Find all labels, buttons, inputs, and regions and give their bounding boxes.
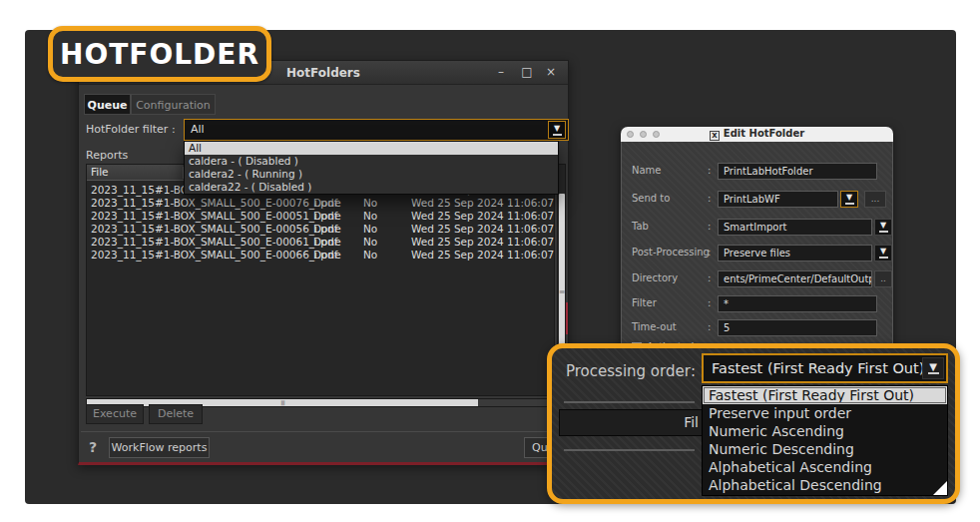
table-row[interactable]: 2023_11_15#1-BOX_SMALL_500_E-00076_i.pdf…: [87, 197, 554, 210]
panel-divider: [564, 449, 695, 451]
hotfolder-filter-select[interactable]: All: [184, 119, 569, 141]
column-header-file[interactable]: File: [91, 166, 109, 178]
processing-order-label: Processing order: [566, 362, 691, 380]
dialog-title: XEdit HotFolder: [621, 128, 893, 141]
close-icon[interactable]: ×: [540, 61, 562, 85]
red-accent-line: [566, 302, 568, 334]
filter-field[interactable]: *: [718, 295, 877, 312]
hotfolder-annotation-badge: HOTFOLDER: [48, 26, 271, 82]
timeout-field[interactable]: 5: [718, 319, 877, 336]
tab-label: Tab: [632, 221, 649, 232]
processing-order-option[interactable]: Numeric Ascending: [703, 422, 947, 440]
filter-dropdown-arrow-icon[interactable]: ▼: [548, 121, 566, 139]
x11-app-icon: X: [710, 131, 720, 141]
processing-order-option[interactable]: Alphabetical Ascending: [703, 458, 947, 476]
scroll-grip-icon: ≡: [559, 287, 566, 296]
name-label: Name: [632, 165, 662, 176]
send-to-dropdown-arrow-icon[interactable]: ▼: [840, 191, 858, 208]
filter-option[interactable]: All: [185, 142, 558, 155]
table-row[interactable]: 2023_11_15#1-BOX_SMALL_500_E-00056_i.pdf…: [87, 223, 554, 236]
directory-label: Directory: [632, 272, 678, 283]
send-to-label: Send to: [632, 193, 670, 204]
reports-label: Reports: [86, 149, 128, 162]
processing-order-option[interactable]: Alphabetical Descending: [703, 476, 947, 494]
panel-divider: [564, 401, 695, 403]
filter-option[interactable]: caldera2 - ( Running ): [185, 168, 558, 181]
table-row[interactable]: 2023_11_15#1-BOX_SMALL_500_E-00061_i.pdf…: [87, 236, 554, 249]
processing-order-annotation-panel: Processing order : Fastest (First Ready …: [547, 343, 960, 504]
dialog-body: Name : PrintLabHotFolder Send to : Print…: [621, 142, 893, 346]
hotfolders-window: HotFolders – □ × Queue Configuration Hot…: [78, 60, 569, 465]
help-icon[interactable]: ?: [89, 439, 97, 455]
directory-field[interactable]: ents/PrimeCenter/DefaultOutput: [718, 270, 872, 287]
send-to-browse-button[interactable]: ...: [864, 191, 886, 208]
name-field[interactable]: PrintLabHotFolder: [718, 163, 877, 180]
delete-button[interactable]: Delete: [149, 404, 203, 424]
file-button-partial[interactable]: Fil: [559, 409, 703, 436]
tab-field[interactable]: SmartImport: [718, 219, 872, 236]
processing-order-select[interactable]: Fastest (First Ready First Out): [702, 353, 948, 383]
table-row[interactable]: 2023_11_15#1-BOX_SMALL_500_E-00051_i.pdf…: [87, 210, 554, 223]
post-processing-dropdown-arrow-icon[interactable]: ▼: [874, 245, 892, 261]
queue-file-table: File 2023_11_15#1-BO Done No Wed 25 Sep …: [86, 164, 555, 396]
post-processing-field[interactable]: Preserve files: [718, 245, 872, 261]
processing-order-option[interactable]: Fastest (First Ready First Out): [703, 386, 947, 404]
processing-order-option[interactable]: Preserve input order: [703, 404, 947, 422]
workflow-reports-button[interactable]: WorkFlow reports: [109, 437, 210, 458]
horizontal-scrollbar-thumb[interactable]: ≡: [87, 399, 478, 406]
tab-configuration[interactable]: Configuration: [131, 94, 216, 115]
hotfolder-filter-dropdown-list: All caldera - ( Disabled ) caldera2 - ( …: [184, 141, 559, 195]
badge-label: HOTFOLDER: [60, 38, 259, 71]
tab-queue[interactable]: Queue: [84, 94, 131, 115]
filter-option[interactable]: caldera - ( Disabled ): [185, 155, 558, 168]
dialog-titlebar[interactable]: XEdit HotFolder: [621, 127, 893, 142]
send-to-field[interactable]: PrintLabWF: [718, 191, 838, 208]
filter-label: Filter: [632, 297, 657, 308]
tab-dropdown-arrow-icon[interactable]: ▼: [874, 219, 892, 236]
scroll-grip-icon: ≡: [277, 399, 286, 406]
hotfolder-filter-label: HotFolder filter :: [86, 123, 176, 136]
processing-order-option[interactable]: Numeric Descending: [703, 440, 947, 458]
toolbar-divider: [81, 431, 566, 432]
post-processing-label: Post-Processing: [632, 247, 710, 258]
processing-order-dropdown-arrow-icon[interactable]: ▼: [922, 357, 944, 379]
corner-wedge: [933, 481, 947, 495]
maximize-icon[interactable]: □: [516, 61, 538, 85]
filter-option[interactable]: caldera22 - ( Disabled ): [185, 181, 558, 194]
execute-button[interactable]: Execute: [86, 404, 144, 424]
table-row[interactable]: 2023_11_15#1-BOX_SMALL_500_E-00066_i.pdf…: [87, 249, 554, 261]
edit-hotfolder-dialog: XEdit HotFolder Name : PrintLabHotFolder…: [621, 127, 893, 346]
minimize-icon[interactable]: –: [490, 61, 512, 85]
timeout-label: Time-out: [632, 321, 677, 332]
processing-order-dropdown-list: Fastest (First Ready First Out) Preserve…: [702, 385, 948, 496]
directory-browse-button[interactable]: ..: [874, 270, 892, 287]
